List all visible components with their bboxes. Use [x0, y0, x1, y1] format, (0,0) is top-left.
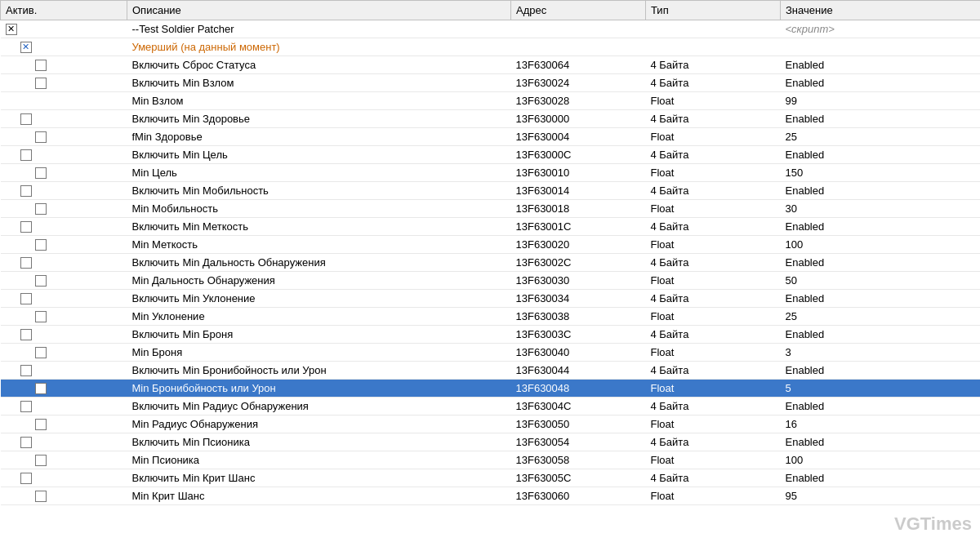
type-cell: Float: [646, 380, 781, 398]
checkbox[interactable]: [20, 401, 32, 412]
checkbox[interactable]: [35, 131, 47, 143]
val-cell: 25: [781, 308, 981, 326]
table-row[interactable]: Включить Min Радиус Обнаружения13F63004C…: [1, 398, 981, 415]
type-cell: 4 Байта: [646, 290, 781, 308]
val-cell: Enabled: [781, 146, 981, 164]
desc-cell: Включить Min Броня: [127, 326, 511, 344]
table-row[interactable]: Включить Min Крит Шанс13F63005C4 БайтаEn…: [1, 469, 981, 487]
table-row[interactable]: Включить Min Бронибойность или Урон13F63…: [1, 362, 981, 380]
val-cell: 100: [781, 451, 981, 469]
checkbox[interactable]: [35, 347, 47, 358]
checkbox[interactable]: [20, 293, 32, 304]
checkbox[interactable]: [35, 203, 47, 215]
checkbox[interactable]: [20, 437, 32, 448]
table-row[interactable]: Min Броня13F630040Float3: [1, 344, 981, 362]
type-cell: Float: [646, 451, 781, 469]
activ-cell: [1, 56, 127, 74]
desc-cell: Включить Min Уклонение: [127, 290, 511, 308]
desc-cell: Включить Min Радиус Обнаружения: [127, 398, 511, 415]
addr-cell: 13F630014: [511, 182, 646, 200]
checkbox[interactable]: [35, 239, 47, 251]
type-cell: 4 Байта: [646, 218, 781, 236]
table-row[interactable]: Min Меткость13F630020Float100: [1, 236, 981, 254]
val-cell: Enabled: [781, 433, 981, 451]
table-row[interactable]: Min Радиус Обнаружения13F630050Float16: [1, 415, 981, 433]
addr-cell: 13F630048: [511, 380, 646, 398]
table-row[interactable]: Включить Min Броня13F63003C4 БайтаEnable…: [1, 326, 981, 344]
desc-cell: Min Крит Шанс: [127, 487, 511, 505]
type-cell: Float: [646, 128, 781, 146]
table-row[interactable]: Min Уклонение13F630038Float25: [1, 308, 981, 326]
type-cell: Float: [646, 415, 781, 433]
activ-cell: [1, 218, 127, 236]
table-row[interactable]: Min Псионика13F630058Float100: [1, 451, 981, 469]
checkbox[interactable]: [20, 149, 32, 161]
addr-cell: 13F63003C: [511, 326, 646, 344]
desc-cell: Включить Min Дальность Обнаружения: [127, 254, 511, 272]
table-row[interactable]: Включить Min Меткость13F63001C4 БайтаEna…: [1, 218, 981, 236]
table-row[interactable]: Включить Сброс Статуса13F6300644 БайтаEn…: [1, 56, 981, 74]
type-cell: 4 Байта: [646, 469, 781, 487]
val-cell: 5: [781, 380, 981, 398]
checkbox[interactable]: [20, 185, 32, 197]
table-row[interactable]: Min Крит Шанс13F630060Float95: [1, 487, 981, 505]
table-row[interactable]: Min Мобильность13F630018Float30: [1, 200, 981, 218]
table-row[interactable]: --Test Soldier Patcher<скрипт>: [1, 20, 981, 38]
checkbox[interactable]: [35, 491, 47, 502]
checkbox[interactable]: [35, 78, 47, 89]
desc-cell: Min Уклонение: [127, 308, 511, 326]
type-cell: 4 Байта: [646, 362, 781, 380]
table-row[interactable]: Min Взлом13F630028Float99: [1, 92, 981, 110]
main-table-container: Актив. Описание Адрес Тип Значение --Tes…: [0, 0, 980, 551]
checkbox[interactable]: [35, 383, 47, 394]
checkbox[interactable]: [20, 42, 32, 53]
checkbox[interactable]: [20, 473, 32, 484]
table-body: --Test Soldier Patcher<скрипт>Умерший (н…: [1, 20, 981, 505]
addr-cell: 13F630050: [511, 415, 646, 433]
checkbox[interactable]: [20, 365, 32, 376]
checkbox[interactable]: [35, 455, 47, 466]
table-row[interactable]: Включить Min Взлом13F6300244 БайтаEnable…: [1, 74, 981, 92]
activ-cell: [1, 272, 127, 290]
table-row[interactable]: fMin Здоровье13F630004Float25: [1, 128, 981, 146]
activ-cell: [1, 254, 127, 272]
activ-cell: [1, 487, 127, 505]
table-row[interactable]: Включить Min Дальность Обнаружения13F630…: [1, 254, 981, 272]
table-row[interactable]: Min Дальность Обнаружения13F630030Float5…: [1, 272, 981, 290]
checkbox[interactable]: [35, 275, 47, 287]
desc-cell: Включить Min Бронибойность или Урон: [127, 362, 511, 380]
table-row[interactable]: Включить Min Цель13F63000C4 БайтаEnabled: [1, 146, 981, 164]
checkbox[interactable]: [35, 311, 47, 322]
activ-cell: [1, 182, 127, 200]
checkbox[interactable]: [35, 60, 47, 71]
type-cell: Float: [646, 308, 781, 326]
table-row[interactable]: Min Бронибойность или Урон13F630048Float…: [1, 380, 981, 398]
addr-cell: 13F630040: [511, 344, 646, 362]
type-cell: 4 Байта: [646, 398, 781, 415]
val-cell: Enabled: [781, 74, 981, 92]
activ-cell: [1, 344, 127, 362]
checkbox[interactable]: [6, 24, 17, 35]
table-row[interactable]: Включить Min Псионика13F6300544 БайтаEna…: [1, 433, 981, 451]
val-cell: 30: [781, 200, 981, 218]
table-row[interactable]: Min Цель13F630010Float150: [1, 164, 981, 182]
header-val: Значение: [781, 1, 981, 20]
desc-cell: fMin Здоровье: [127, 128, 511, 146]
checkbox[interactable]: [20, 221, 32, 233]
table-row[interactable]: Включить Min Мобильность13F6300144 Байта…: [1, 182, 981, 200]
table-row[interactable]: Умерший (на данный момент): [1, 38, 981, 56]
addr-cell: 13F630060: [511, 487, 646, 505]
activ-cell: [1, 415, 127, 433]
checkbox[interactable]: [35, 419, 47, 430]
table-row[interactable]: Включить Min Здоровье13F6300004 БайтаEna…: [1, 110, 981, 128]
checkbox[interactable]: [20, 113, 32, 125]
cheat-table: Актив. Описание Адрес Тип Значение --Tes…: [0, 0, 980, 505]
activ-cell: [1, 362, 127, 380]
table-row[interactable]: Включить Min Уклонение13F6300344 БайтаEn…: [1, 290, 981, 308]
checkbox[interactable]: [35, 167, 47, 179]
desc-cell: Min Псионика: [127, 451, 511, 469]
type-cell: 4 Байта: [646, 182, 781, 200]
addr-cell: 13F63001C: [511, 218, 646, 236]
checkbox[interactable]: [20, 257, 32, 269]
checkbox[interactable]: [20, 329, 32, 340]
